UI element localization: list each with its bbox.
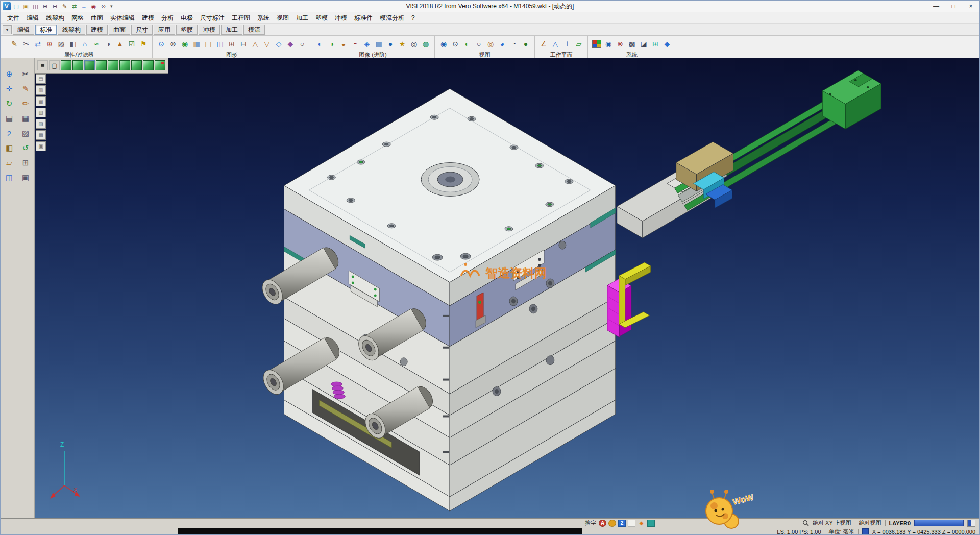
point-icon[interactable]: ◉ bbox=[180, 39, 190, 49]
render-q4-icon[interactable]: ◓ bbox=[350, 39, 360, 49]
tri-up-icon[interactable]: △ bbox=[250, 39, 260, 49]
close-button[interactable]: × bbox=[962, 1, 979, 12]
view-ring-icon[interactable]: ◎ bbox=[485, 39, 496, 49]
circle-icon[interactable]: ○ bbox=[297, 39, 307, 49]
new-document-icon[interactable]: ▢ bbox=[12, 2, 20, 10]
perpendicular-icon[interactable]: ⊥ bbox=[562, 39, 572, 49]
tab-dropdown[interactable]: ▾ bbox=[3, 25, 12, 34]
snapshot-icon[interactable]: ◉ bbox=[89, 2, 98, 10]
tab-edit[interactable]: 编辑 bbox=[13, 25, 34, 35]
plane-tri-icon[interactable]: △ bbox=[550, 39, 560, 49]
tab-application[interactable]: 应用 bbox=[154, 25, 175, 35]
view-left-button[interactable] bbox=[108, 60, 118, 70]
menu-mesh[interactable]: 网格 bbox=[68, 14, 87, 22]
plane-icon[interactable]: ▱ bbox=[3, 157, 16, 169]
color-chip[interactable] bbox=[967, 520, 975, 527]
menu-machining[interactable]: 加工 bbox=[292, 14, 312, 22]
tri-down-icon[interactable]: ▽ bbox=[262, 39, 272, 49]
view-front-button[interactable] bbox=[72, 60, 83, 70]
sketch-icon[interactable]: ✎ bbox=[19, 83, 32, 95]
save-icon[interactable]: ◫ bbox=[31, 2, 40, 10]
ring-icon[interactable]: ⊚ bbox=[168, 39, 178, 49]
add-icon[interactable]: ⊞ bbox=[19, 157, 32, 169]
trim-icon[interactable]: ✂ bbox=[19, 68, 32, 80]
dense-grid-icon[interactable]: ▩ bbox=[627, 39, 637, 49]
gem-icon[interactable]: ◈ bbox=[362, 39, 372, 49]
menu-help[interactable]: ? bbox=[408, 14, 419, 21]
sketch-icon[interactable]: ✎ bbox=[60, 2, 69, 10]
diamond-icon[interactable]: ◇ bbox=[274, 39, 284, 49]
tab-die[interactable]: 冲模 bbox=[199, 25, 220, 35]
absolute-view-field[interactable]: 绝对视图 bbox=[859, 519, 881, 527]
menu-analysis[interactable]: 分析 bbox=[158, 14, 177, 22]
tab-standard[interactable]: 标准 bbox=[35, 25, 57, 35]
view-blank-button[interactable]: ▢ bbox=[49, 60, 60, 70]
smooth-icon[interactable]: ≈ bbox=[91, 39, 102, 49]
filter-lines-button[interactable]: ▥ bbox=[36, 85, 46, 95]
minimize-button[interactable]: — bbox=[927, 1, 945, 12]
tab-surface[interactable]: 曲面 bbox=[109, 25, 130, 35]
menu-system[interactable]: 系统 bbox=[254, 14, 273, 22]
teal-icon[interactable] bbox=[647, 520, 655, 527]
table-icon[interactable]: ▥ bbox=[191, 39, 202, 49]
tab-wireframe[interactable]: 线架构 bbox=[58, 25, 85, 35]
edit-attributes-icon[interactable]: ✎ bbox=[9, 39, 19, 49]
render-q3-icon[interactable]: ◒ bbox=[338, 39, 349, 49]
sphere-icon[interactable]: ● bbox=[385, 39, 396, 49]
restore-button[interactable]: □ bbox=[945, 1, 962, 12]
view-dynamic-button[interactable] bbox=[155, 60, 165, 70]
tab-machining[interactable]: 加工 bbox=[221, 25, 242, 35]
angle-icon[interactable]: ∠ bbox=[538, 39, 549, 49]
filter-all-button[interactable]: ▣ bbox=[36, 141, 46, 151]
view-q1-icon[interactable]: ◔ bbox=[509, 39, 519, 49]
view-q3-icon[interactable]: ◕ bbox=[497, 39, 507, 49]
diamond-icon[interactable]: ◆ bbox=[638, 520, 645, 527]
view-half-icon[interactable]: ◐ bbox=[462, 39, 472, 49]
filter-points-button[interactable]: ▤ bbox=[36, 74, 46, 84]
view-outline-icon[interactable]: ○ bbox=[474, 39, 484, 49]
view-top-button[interactable] bbox=[84, 60, 95, 70]
layers-icon[interactable]: ▤ bbox=[203, 39, 213, 49]
system-diamond-icon[interactable]: ◆ bbox=[662, 39, 672, 49]
model-canvas[interactable]: 智造资料网 Z X bbox=[35, 58, 979, 518]
normals-icon[interactable]: ▲ bbox=[115, 39, 125, 49]
menu-file[interactable]: 文件 bbox=[4, 14, 23, 22]
zoom-icon[interactable]: ⊕ bbox=[3, 68, 16, 80]
print-icon[interactable]: ⊟ bbox=[51, 2, 59, 10]
view-axon-button[interactable] bbox=[143, 60, 154, 70]
import-icon[interactable]: ⇄ bbox=[70, 2, 79, 10]
menu-electrode[interactable]: 电极 bbox=[177, 14, 197, 22]
viewport[interactable]: ≡▢ ▤▥▦▧▨▩▣ bbox=[35, 58, 979, 518]
render-q2-icon[interactable]: ◑ bbox=[327, 39, 337, 49]
filter-text-button[interactable]: ▩ bbox=[36, 130, 46, 140]
corner-shade-icon[interactable]: ◪ bbox=[639, 39, 649, 49]
export-icon[interactable]: ↔ bbox=[80, 2, 88, 10]
menu-mold[interactable]: 塑模 bbox=[312, 14, 331, 22]
layer-color-bar[interactable] bbox=[914, 520, 964, 526]
filter-solids-button[interactable]: ▨ bbox=[36, 119, 46, 129]
view-orientation-field[interactable]: 绝对 XY 上视图 bbox=[813, 519, 851, 527]
bullseye-icon[interactable]: ◎ bbox=[409, 39, 419, 49]
cut-icon[interactable]: ✂ bbox=[21, 39, 31, 49]
menu-dimensioning[interactable]: 尺寸标注 bbox=[197, 14, 228, 22]
menu-die[interactable]: 冲模 bbox=[331, 14, 351, 22]
blank-icon[interactable] bbox=[628, 520, 635, 527]
open-file-icon[interactable]: ▣ bbox=[21, 2, 30, 10]
menu-view[interactable]: 视图 bbox=[273, 14, 292, 22]
menu-drafting[interactable]: 工程图 bbox=[228, 14, 254, 22]
menu-modeling[interactable]: 建模 bbox=[138, 14, 158, 22]
view-solid-icon[interactable]: ● bbox=[521, 39, 531, 49]
split-icon[interactable]: ◫ bbox=[3, 172, 16, 184]
view-right-button[interactable] bbox=[96, 60, 107, 70]
rotate-icon[interactable]: ↻ bbox=[3, 98, 16, 110]
move-icon[interactable]: ✛ bbox=[3, 83, 16, 95]
undo-icon[interactable]: ↺ bbox=[19, 142, 32, 154]
hatch-icon[interactable]: ▨ bbox=[19, 127, 32, 139]
solid-diamond-icon[interactable]: ◆ bbox=[285, 39, 296, 49]
two-icon[interactable]: 2 bbox=[3, 127, 16, 139]
add-box-icon[interactable]: ⊞ bbox=[227, 39, 237, 49]
close-op-icon[interactable]: ⊗ bbox=[615, 39, 625, 49]
menu-edit[interactable]: 编辑 bbox=[23, 14, 42, 22]
grid-icon[interactable]: ▦ bbox=[19, 112, 32, 125]
annotation-icon[interactable]: A bbox=[599, 520, 606, 527]
